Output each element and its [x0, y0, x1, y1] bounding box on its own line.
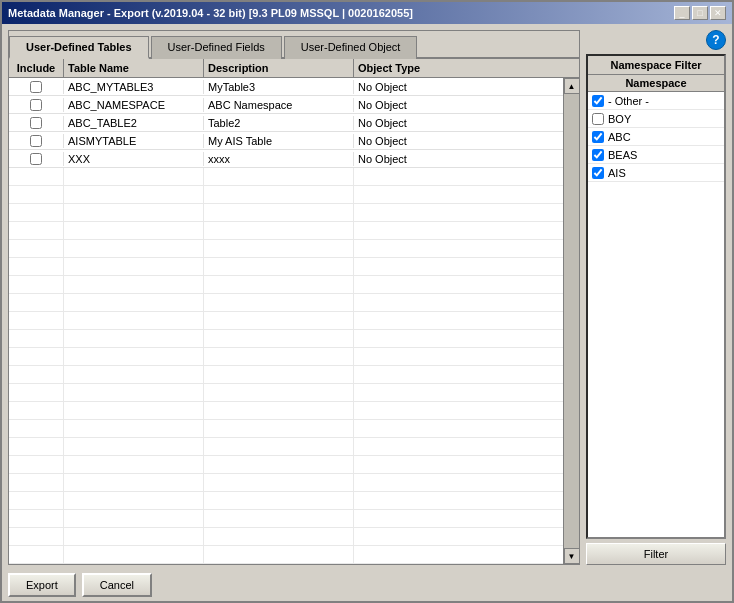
cell-include-3	[9, 134, 64, 148]
namespace-row: BOY	[588, 110, 724, 128]
empty-row	[9, 312, 563, 330]
table-scrollbar[interactable]: ▲ ▼	[563, 78, 579, 564]
table-row: ABC_TABLE2 Table2 No Object	[9, 114, 563, 132]
title-bar-buttons: _ □ ✕	[674, 6, 726, 20]
namespace-checkbox-1[interactable]	[592, 113, 604, 125]
empty-row	[9, 294, 563, 312]
table-scroll-area: ABC_MYTABLE3 MyTable3 No Object ABC_NAME…	[9, 78, 579, 564]
col-header-include: Include	[9, 59, 64, 77]
empty-row	[9, 276, 563, 294]
empty-row	[9, 492, 563, 510]
table-row: XXX xxxx No Object	[9, 150, 563, 168]
cell-description-1: ABC Namespace	[204, 98, 354, 112]
namespace-row: BEAS	[588, 146, 724, 164]
empty-row	[9, 330, 563, 348]
include-checkbox-1[interactable]	[30, 99, 42, 111]
empty-row	[9, 240, 563, 258]
include-checkbox-3[interactable]	[30, 135, 42, 147]
empty-row	[9, 204, 563, 222]
scroll-down-arrow[interactable]: ▼	[564, 548, 580, 564]
cell-tablename-0: ABC_MYTABLE3	[64, 80, 204, 94]
cell-include-0	[9, 80, 64, 94]
empty-row	[9, 186, 563, 204]
cell-objecttype-3: No Object	[354, 134, 563, 148]
left-panel: User-Defined Tables User-Defined Fields …	[8, 30, 580, 565]
empty-row	[9, 528, 563, 546]
table-area: Include Table Name Description Object Ty…	[9, 59, 579, 564]
export-button[interactable]: Export	[8, 573, 76, 597]
cell-objecttype-2: No Object	[354, 116, 563, 130]
main-window: Metadata Manager - Export (v.2019.04 - 3…	[0, 0, 734, 603]
empty-row	[9, 474, 563, 492]
cell-tablename-3: AISMYTABLE	[64, 134, 204, 148]
cell-description-4: xxxx	[204, 152, 354, 166]
cell-description-0: MyTable3	[204, 80, 354, 94]
namespace-label-3: BEAS	[608, 149, 637, 161]
empty-row	[9, 546, 563, 564]
cell-objecttype-0: No Object	[354, 80, 563, 94]
table-header: Include Table Name Description Object Ty…	[9, 59, 579, 78]
namespace-list: - Other - BOY ABC BEAS AIS	[588, 92, 724, 537]
window-title: Metadata Manager - Export (v.2019.04 - 3…	[8, 7, 413, 19]
namespace-checkbox-4[interactable]	[592, 167, 604, 179]
empty-row	[9, 456, 563, 474]
table-body: ABC_MYTABLE3 MyTable3 No Object ABC_NAME…	[9, 78, 563, 564]
scroll-up-arrow[interactable]: ▲	[564, 78, 580, 94]
empty-row	[9, 420, 563, 438]
namespace-label-4: AIS	[608, 167, 626, 179]
cell-tablename-2: ABC_TABLE2	[64, 116, 204, 130]
include-checkbox-0[interactable]	[30, 81, 42, 93]
namespace-label-1: BOY	[608, 113, 631, 125]
main-content: User-Defined Tables User-Defined Fields …	[8, 30, 726, 565]
empty-row	[9, 366, 563, 384]
namespace-col-header: Namespace	[588, 74, 724, 92]
empty-row	[9, 258, 563, 276]
cancel-button[interactable]: Cancel	[82, 573, 152, 597]
cell-include-1	[9, 98, 64, 112]
empty-row	[9, 222, 563, 240]
cell-objecttype-1: No Object	[354, 98, 563, 112]
namespace-checkbox-3[interactable]	[592, 149, 604, 161]
col-header-tablename: Table Name	[64, 59, 204, 77]
include-checkbox-2[interactable]	[30, 117, 42, 129]
table-row: ABC_MYTABLE3 MyTable3 No Object	[9, 78, 563, 96]
cell-include-2	[9, 116, 64, 130]
tab-user-defined-fields[interactable]: User-Defined Fields	[151, 36, 282, 59]
namespace-row: - Other -	[588, 92, 724, 110]
namespace-checkbox-2[interactable]	[592, 131, 604, 143]
table-row: AISMYTABLE My AIS Table No Object	[9, 132, 563, 150]
tab-bar: User-Defined Tables User-Defined Fields …	[9, 31, 579, 59]
title-bar: Metadata Manager - Export (v.2019.04 - 3…	[2, 2, 732, 24]
cell-description-2: Table2	[204, 116, 354, 130]
col-header-description: Description	[204, 59, 354, 77]
namespace-filter-panel: Namespace Filter Namespace - Other - BOY…	[586, 54, 726, 539]
col-header-objecttype: Object Type	[354, 59, 579, 77]
empty-row	[9, 438, 563, 456]
empty-row	[9, 168, 563, 186]
scroll-track[interactable]	[564, 94, 579, 548]
cell-description-3: My AIS Table	[204, 134, 354, 148]
namespace-row: AIS	[588, 164, 724, 182]
namespace-filter-title: Namespace Filter	[588, 56, 724, 74]
minimize-button[interactable]: _	[674, 6, 690, 20]
close-button[interactable]: ✕	[710, 6, 726, 20]
cell-tablename-1: ABC_NAMESPACE	[64, 98, 204, 112]
include-checkbox-4[interactable]	[30, 153, 42, 165]
filter-button[interactable]: Filter	[586, 543, 726, 565]
namespace-label-0: - Other -	[608, 95, 649, 107]
cell-objecttype-4: No Object	[354, 152, 563, 166]
empty-row	[9, 348, 563, 366]
tab-user-defined-object[interactable]: User-Defined Object	[284, 36, 418, 59]
maximize-button[interactable]: □	[692, 6, 708, 20]
help-button[interactable]: ?	[706, 30, 726, 50]
empty-row	[9, 402, 563, 420]
table-row: ABC_NAMESPACE ABC Namespace No Object	[9, 96, 563, 114]
tab-user-defined-tables[interactable]: User-Defined Tables	[9, 36, 149, 59]
bottom-bar: Export Cancel	[8, 569, 726, 601]
cell-include-4	[9, 152, 64, 166]
empty-row	[9, 384, 563, 402]
cell-tablename-4: XXX	[64, 152, 204, 166]
namespace-checkbox-0[interactable]	[592, 95, 604, 107]
empty-row	[9, 510, 563, 528]
namespace-label-2: ABC	[608, 131, 631, 143]
